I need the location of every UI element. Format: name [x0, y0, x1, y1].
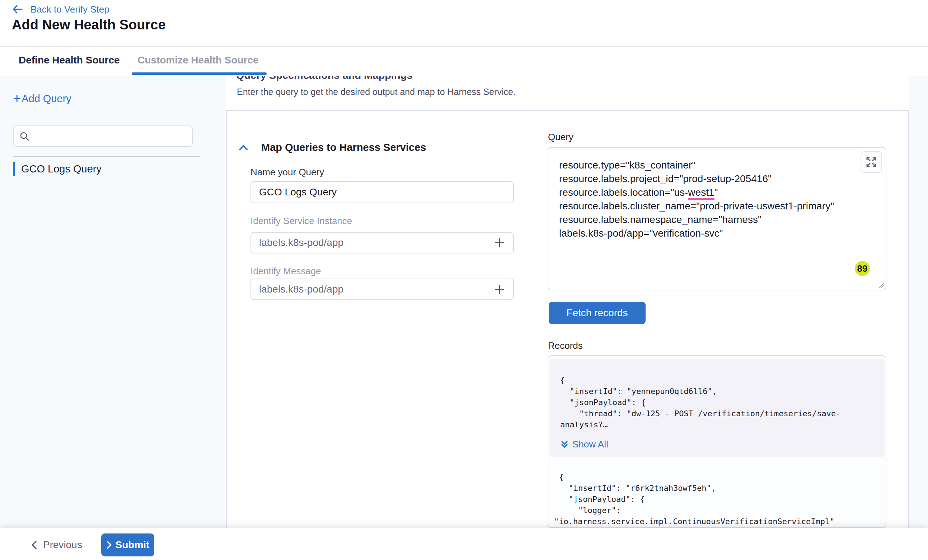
page-header: Back to Verify Step Add New Health Sourc…: [0, 0, 928, 47]
tab-bar: Define Health Source Customize Health So…: [0, 47, 928, 76]
section-subheading: Enter the query to get the desired outpu…: [237, 87, 516, 97]
query-label: Query: [548, 132, 574, 143]
previous-label: Previous: [43, 539, 82, 551]
sidebar-item-gco-logs-query[interactable]: GCO Logs Query: [13, 162, 102, 176]
resize-handle[interactable]: [877, 281, 884, 288]
search-input[interactable]: [34, 131, 187, 142]
identify-message-label: Identify Message: [250, 266, 321, 277]
query-line: resource.type="k8s_container": [559, 158, 834, 172]
query-line: labels.k8s-pod/app="verification-svc": [559, 227, 834, 240]
record-item: { "insertId": "yennepun0qtd6ll6", "jsonP…: [549, 359, 885, 457]
fetch-records-button[interactable]: Fetch records: [549, 302, 646, 324]
record-item: { "insertId": "r6rk2tnah3owf5eh", "jsonP…: [548, 472, 886, 527]
query-sidebar: + Add Query GCO Logs Query: [0, 76, 226, 528]
section-heading-area: Query Specifications and Mappings Enter …: [226, 76, 909, 110]
identify-service-instance-label: Identify Service Instance: [250, 216, 352, 227]
section-heading: Query Specifications and Mappings: [236, 76, 559, 81]
query-name-input[interactable]: GCO Logs Query: [250, 181, 514, 203]
plus-icon[interactable]: [494, 237, 505, 248]
map-queries-title: Map Queries to Harness Services: [261, 142, 426, 154]
service-instance-input[interactable]: labels.k8s-pod/app: [250, 232, 514, 254]
query-line: resource.labels.project_id="prod-setup-2…: [559, 172, 834, 186]
query-text: resource.type="k8s_container" resource.l…: [559, 158, 834, 240]
expand-icon: [865, 156, 877, 168]
query-name-value: GCO Logs Query: [259, 186, 505, 198]
query-line: resource.labels.cluster_name="prod-priva…: [559, 199, 834, 213]
query-line-with-spellcheck: resource.labels.location="us-west1": [559, 186, 834, 199]
identify-message-value: labels.k8s-pod/app: [259, 284, 494, 295]
tab-customize-health-source[interactable]: Customize Health Source: [137, 47, 259, 73]
service-instance-value: labels.k8s-pod/app: [259, 237, 494, 248]
spellcheck-underlined-text: west1: [688, 187, 714, 200]
query-search-box: [13, 125, 193, 147]
section-heading-clipped: Query Specifications and Mappings: [236, 76, 559, 82]
back-link-label: Back to Verify Step: [31, 4, 110, 15]
main-content: Query Specifications and Mappings Enter …: [226, 76, 928, 528]
chevron-left-icon: [30, 540, 38, 550]
name-your-query-label: Name your Query: [250, 167, 324, 178]
previous-button[interactable]: Previous: [30, 539, 82, 551]
query-mapping-card: Map Queries to Harness Services Name you…: [226, 110, 909, 528]
query-line: resource.labels.namespace_name="harness": [559, 213, 834, 227]
active-tab-underline: [132, 72, 267, 75]
query-item-label: GCO Logs Query: [21, 163, 102, 175]
show-all-label: Show All: [572, 439, 608, 450]
add-query-label: Add Query: [21, 93, 72, 105]
chevron-right-icon: [106, 541, 112, 549]
search-icon: [19, 131, 30, 142]
selected-indicator-bar: [13, 162, 15, 176]
add-query-button[interactable]: + Add Query: [13, 93, 72, 105]
submit-label: Submit: [116, 539, 150, 551]
double-chevron-down-icon: [560, 440, 569, 449]
add-health-source-page: Back to Verify Step Add New Health Sourc…: [0, 0, 928, 560]
back-arrow-icon: [12, 4, 23, 15]
records-label: Records: [548, 340, 583, 352]
page-title: Add New Health Source: [12, 17, 166, 33]
sidebar-divider: [13, 156, 200, 157]
plus-icon[interactable]: [494, 284, 505, 295]
identify-message-input[interactable]: labels.k8s-pod/app: [250, 278, 514, 300]
tab-define-health-source[interactable]: Define Health Source: [19, 47, 120, 73]
char-count-badge: 89: [855, 261, 870, 276]
show-all-link[interactable]: Show All: [560, 439, 876, 450]
footer-bar: Previous Submit: [0, 528, 928, 560]
submit-button[interactable]: Submit: [101, 534, 154, 556]
back-to-verify-step-link[interactable]: Back to Verify Step: [12, 4, 110, 15]
plus-icon: +: [13, 94, 21, 104]
chevron-up-icon[interactable]: [238, 142, 249, 154]
records-panel[interactable]: { "insertId": "yennepun0qtd6ll6", "jsonP…: [548, 355, 886, 528]
query-textarea[interactable]: resource.type="k8s_container" resource.l…: [548, 147, 886, 291]
expand-fullscreen-button[interactable]: [861, 151, 882, 173]
